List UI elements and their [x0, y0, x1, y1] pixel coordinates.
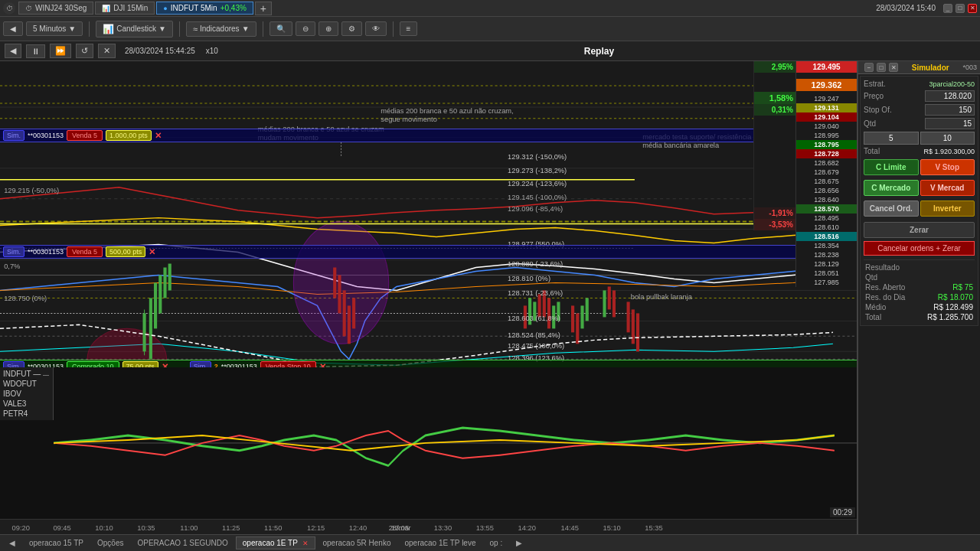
chart-area[interactable]: 129.312 (-150,0%) 129.273 (-138,2%) 129.… [0, 61, 858, 534]
order-close-2[interactable]: ✕ [149, 247, 155, 257]
tab-operacao15tp[interactable]: operacao 15 TP [23, 537, 90, 549]
pct-031: 0,31% [754, 104, 795, 116]
res-aberto-value: R$ 75 [952, 283, 973, 292]
svg-text:128.731 (-23,6%): 128.731 (-23,6%) [508, 290, 563, 298]
tab-operacao1etp[interactable]: operacao 1E TP ✕ [236, 536, 315, 549]
chart-main[interactable]: 129.312 (-150,0%) 129.273 (-138,2%) 129.… [0, 61, 857, 383]
close-btn[interactable]: ✕ [968, 4, 977, 13]
replay-back-btn[interactable]: ◀ [5, 44, 21, 58]
simulator-content: Estrat. 3parcial200-50 Preço Stop Of. Qt… [860, 76, 978, 326]
replay-forward-btn[interactable]: ⏩ [50, 44, 71, 58]
title-bar: ⏱ ⏱ WINJ24 30Seg 📊 DJI 15Min ● INDFUT 5M… [0, 0, 980, 17]
c-limite-btn[interactable]: C Limite [864, 159, 919, 175]
inverter-btn[interactable]: Inverter [920, 201, 975, 217]
sim-window-controls: − □ ✕ [864, 63, 898, 72]
svg-rect-42 [571, 305, 574, 332]
price-scale-right: 129.495 129.362 129.247 129.131 129.104 … [795, 61, 857, 287]
eye-btn[interactable]: 👁 [365, 21, 387, 36]
svg-text:média bancária amarela: média bancária amarela [642, 142, 720, 149]
svg-text:12:15: 12:15 [307, 524, 325, 532]
total-result-row: Total R$ 1.285.700 [864, 312, 975, 322]
tab-dji15[interactable]: 📊 DJI 15Min [95, 2, 155, 15]
svg-text:10:35: 10:35 [137, 524, 155, 532]
svg-rect-37 [537, 294, 541, 317]
qty-presets: 5 10 [864, 132, 975, 145]
nav-left-btn[interactable]: ◀ [3, 537, 21, 549]
qty-input[interactable] [925, 118, 975, 129]
price-input[interactable] [925, 90, 975, 102]
chevron-down-icon: ▼ [242, 24, 250, 33]
pct-panel: 2,95% 1,58% 0,31% -1,91% -3,53% [753, 61, 795, 230]
separator2 [179, 21, 180, 37]
svg-text:bola pullbak laranja: bola pullbak laranja [631, 294, 693, 302]
sim-title: Simulador [912, 64, 949, 72]
res-aberto-label: Res. Aberto [865, 283, 905, 292]
tab-new[interactable]: + [255, 2, 272, 15]
svg-text:129.215 (-50,0%): 129.215 (-50,0%) [4, 187, 59, 194]
price-131: 129.131 [796, 103, 857, 112]
svg-text:13:55: 13:55 [476, 524, 494, 532]
qty-5-btn[interactable]: 5 [864, 132, 919, 145]
tab-operacao1seg[interactable]: OPERACAO 1 SEGUNDO [131, 537, 234, 549]
nav-right-btn[interactable]: ▶ [510, 537, 528, 549]
price-675: 128.675 [796, 177, 857, 186]
symbol-vale3: VALE3 [2, 399, 51, 409]
side-panel: − □ ✕ Simulador *003 Estrat. 3parcial200… [858, 61, 980, 534]
svg-rect-43 [576, 313, 579, 344]
price-495: 128.495 [796, 214, 857, 223]
svg-rect-29 [333, 268, 336, 298]
svg-rect-44 [580, 305, 583, 328]
sim-maximize[interactable]: □ [877, 63, 886, 72]
sim-minimize[interactable]: − [864, 63, 874, 72]
qty-10-btn[interactable]: 10 [920, 132, 975, 145]
svg-text:11:50: 11:50 [264, 524, 282, 532]
price-040: 129.040 [796, 122, 857, 131]
svg-rect-26 [158, 275, 162, 313]
c-mercado-btn[interactable]: C Mercado [864, 180, 919, 196]
back-btn[interactable]: ◀ [3, 21, 23, 36]
tab-indfut5[interactable]: ● INDFUT 5Min +0,43% [156, 2, 253, 15]
zerar-btn[interactable]: Zerar [864, 222, 975, 238]
tab-op[interactable]: op : [483, 537, 508, 549]
timeframe-selector[interactable]: 5 Minutos ▼ [26, 21, 83, 36]
topbar-right: 28/03/2024 15:40 _ □ ✕ [876, 4, 977, 13]
replay-pause-btn[interactable]: ⏸ [26, 44, 45, 58]
svg-rect-50 [632, 309, 635, 344]
price-354: 128.354 [796, 241, 857, 250]
zoom-in-btn[interactable]: ⊕ [318, 21, 338, 36]
search-btn[interactable]: 🔍 [270, 21, 292, 36]
qty-row: Qtd [864, 118, 975, 129]
svg-text:segue movimento: segue movimento [381, 116, 436, 123]
total-result-label: Total [865, 313, 881, 321]
sim-close[interactable]: ✕ [889, 63, 898, 72]
tab-winj24[interactable]: ⏱ WINJ24 30Seg [18, 2, 93, 15]
replay-refresh-btn[interactable]: ↺ [76, 44, 93, 58]
zoom-out-btn[interactable]: ⊖ [296, 21, 315, 36]
symbol-list: INDFUT — — WDOFUT IBOV VALE3 PETR4 [0, 367, 54, 420]
cancel-ord-btn[interactable]: Cancel Ord. [864, 201, 919, 217]
svg-rect-49 [627, 302, 630, 332]
svg-text:0,7%: 0,7% [4, 263, 20, 271]
tab-close-icon[interactable]: ✕ [302, 540, 309, 547]
svg-text:128.889 (-23,6%): 128.889 (-23,6%) [508, 260, 563, 268]
price-ask-box: 129.495 [796, 61, 857, 73]
stop-input[interactable] [925, 104, 975, 116]
tab-operacao5rhenko[interactable]: operacao 5R Henko [317, 537, 397, 549]
v-mercado-btn[interactable]: V Mercad [920, 180, 975, 196]
stop-row: Stop Of. [864, 104, 975, 116]
chart-type-selector[interactable]: 📊 Candlestick ▼ [96, 21, 173, 37]
maximize-btn[interactable]: □ [956, 4, 965, 13]
time-axis: 09:20 09:45 10:10 10:35 11:00 11:25 11:5… [0, 519, 857, 534]
v-stop-btn[interactable]: V Stop [920, 159, 975, 175]
order-close-1[interactable]: ✕ [155, 131, 162, 141]
tab-opcoes[interactable]: Opções [91, 537, 129, 549]
price-label: Preço [864, 92, 884, 100]
indicators-btn[interactable]: ≈ Indicadores ▼ [186, 21, 256, 37]
tab-operacao1etpleve[interactable]: operacao 1E TP leve [398, 537, 482, 549]
minimize-btn[interactable]: _ [943, 4, 952, 13]
cancel-orders-btn[interactable]: Cancelar ordens + Zerar [864, 241, 975, 256]
layout-btn[interactable]: ≡ [400, 21, 418, 36]
replay-close-btn[interactable]: ✕ [98, 44, 116, 58]
svg-text:15:10: 15:10 [603, 524, 620, 532]
settings-btn[interactable]: ⚙ [341, 21, 362, 36]
